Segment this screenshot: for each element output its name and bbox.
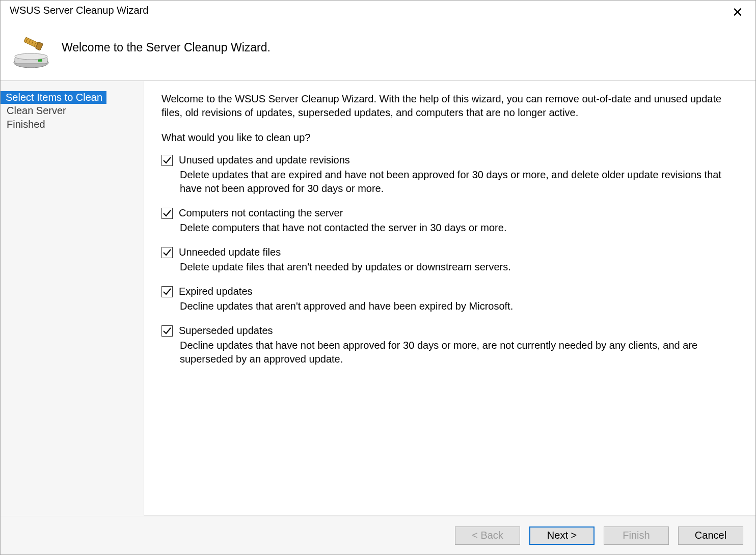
checkbox-unused-updates[interactable] — [161, 155, 173, 166]
option-label: Unneeded update files — [179, 245, 741, 259]
option-label: Expired updates — [179, 284, 741, 298]
option-label: Unused updates and update revisions — [179, 153, 741, 167]
svg-point-3 — [15, 53, 47, 60]
wizard-step-select-items[interactable]: Select Items to Clean — [1, 91, 106, 104]
content-area: Select Items to Clean Clean Server Finis… — [1, 80, 755, 516]
wizard-step-label: Finished — [7, 119, 45, 130]
question-text: What would you like to clean up? — [161, 132, 741, 144]
option-superseded-updates: Superseded updates Decline updates that … — [161, 323, 741, 366]
option-label: Superseded updates — [179, 323, 741, 338]
checkbox-unneeded-files[interactable] — [161, 247, 173, 258]
next-button[interactable]: Next > — [529, 526, 595, 545]
option-unneeded-files: Unneeded update files Delete update file… — [161, 245, 741, 274]
cancel-button[interactable]: Cancel — [678, 526, 743, 545]
option-desc: Decline updates that aren't approved and… — [179, 298, 741, 313]
wizard-step-finished[interactable]: Finished — [1, 118, 144, 131]
option-desc: Delete computers that have not contacted… — [179, 220, 741, 235]
finish-button[interactable]: Finish — [604, 526, 669, 545]
close-icon[interactable]: ✕ — [727, 5, 748, 19]
checkbox-superseded-updates[interactable] — [161, 325, 173, 337]
checkbox-expired-updates[interactable] — [161, 286, 173, 297]
wizard-footer: < Back Next > Finish Cancel — [1, 516, 755, 554]
intro-text: Welcome to the WSUS Server Cleanup Wizar… — [161, 92, 741, 120]
wizard-icon — [10, 24, 52, 71]
option-desc: Decline updates that have not been appro… — [179, 338, 741, 366]
back-button[interactable]: < Back — [455, 526, 520, 545]
titlebar: WSUS Server Cleanup Wizard ✕ — [1, 1, 755, 21]
option-expired-updates: Expired updates Decline updates that are… — [161, 284, 741, 313]
wizard-steps-sidebar: Select Items to Clean Clean Server Finis… — [1, 81, 144, 516]
wizard-main-panel: Welcome to the WSUS Server Cleanup Wizar… — [144, 81, 755, 516]
header-subtitle: Welcome to the Server Cleanup Wizard. — [62, 41, 271, 54]
option-desc: Delete updates that are expired and have… — [179, 167, 741, 196]
wizard-step-clean-server[interactable]: Clean Server — [1, 104, 144, 118]
option-label: Computers not contacting the server — [179, 206, 741, 220]
option-computers-not-contacting: Computers not contacting the server Dele… — [161, 206, 741, 235]
window-title: WSUS Server Cleanup Wizard — [10, 5, 148, 16]
checkbox-computers-not-contacting[interactable] — [161, 208, 173, 219]
option-desc: Delete update files that aren't needed b… — [179, 259, 741, 274]
wizard-window: WSUS Server Cleanup Wizard ✕ Welcome to … — [0, 0, 756, 555]
option-unused-updates: Unused updates and update revisions Dele… — [161, 153, 741, 196]
wizard-step-label: Clean Server — [7, 105, 66, 116]
header: Welcome to the Server Cleanup Wizard. — [1, 21, 755, 80]
wizard-step-label: Select Items to Clean — [6, 92, 102, 103]
